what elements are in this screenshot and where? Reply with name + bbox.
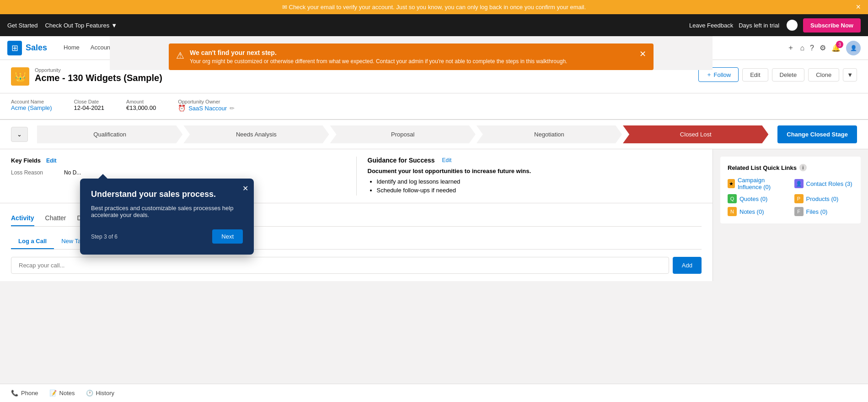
campaign-influence-icon: ★ xyxy=(728,179,735,188)
notification-bar: ✉ Check your email to verify your accoun… xyxy=(0,0,868,14)
nav-right: ＋ ⌂ ? ⚙ 🔔 3 👤 xyxy=(787,41,861,55)
actions-dropdown-button[interactable]: ▼ xyxy=(843,68,857,81)
close-date-value: 12-04-2021 xyxy=(74,104,105,111)
leave-feedback-link[interactable]: Leave Feedback xyxy=(689,22,733,29)
loss-reason-label: Loss Reason xyxy=(11,169,57,176)
amount-field: Amount €13,000.00 xyxy=(126,99,156,112)
files-icon: F xyxy=(794,207,804,216)
amount-label: Amount xyxy=(126,99,156,104)
avatar[interactable]: 👤 xyxy=(846,41,861,55)
walkthrough-banner-inner: ⚠ We can't find your next step. Your org… xyxy=(176,49,639,65)
content-right: Related List Quick Links i ★ Campaign In… xyxy=(713,149,868,281)
stage-closed-lost[interactable]: Closed Lost xyxy=(623,125,768,143)
related-contact-roles: 👤 Contact Roles (3) xyxy=(794,177,854,190)
owner-field: Opportunity Owner ⏰ SaaS Naccour ✏ xyxy=(178,99,235,112)
related-list-info-icon[interactable]: i xyxy=(799,164,807,171)
tab-chatter[interactable]: Chatter xyxy=(45,211,66,226)
stage-toggle-btn[interactable]: ⌄ xyxy=(11,127,28,142)
tooltip-next-btn[interactable]: Next xyxy=(212,229,243,244)
add-call-button[interactable]: Add xyxy=(673,257,702,274)
app-grid-icon: ⊞ xyxy=(7,41,22,55)
opp-icon: 👑 xyxy=(11,67,29,86)
stage-needs-analysis[interactable]: Needs Analysis xyxy=(183,125,329,143)
opp-name: Acme - 130 Widgets (Sample) xyxy=(35,73,162,83)
action-tab-log-call[interactable]: Log a Call xyxy=(11,234,54,249)
stage-negotiation[interactable]: Negotiation xyxy=(477,125,622,143)
account-name-field: Account Name Acme (Sample) xyxy=(11,99,52,112)
related-files: F Files (0) xyxy=(794,207,854,216)
settings-icon-btn[interactable]: ⚙ xyxy=(820,43,826,52)
check-out-features-label: Check Out Top Features xyxy=(45,22,109,29)
stage-bar: ⌄ Qualification Needs Analysis Proposal … xyxy=(0,120,868,149)
stage-proposal[interactable]: Proposal xyxy=(330,125,476,143)
campaign-influence-link[interactable]: Campaign Influence (0) xyxy=(738,177,787,190)
setup-search-btn[interactable]: ⌂ xyxy=(800,44,804,52)
owner-label: Opportunity Owner xyxy=(178,99,235,104)
subscribe-now-button[interactable]: Subscribe Now xyxy=(803,18,861,33)
products-icon: P xyxy=(794,194,804,203)
key-fields-edit-link[interactable]: Edit xyxy=(46,158,57,164)
related-quotes: Q Quotes (0) xyxy=(728,194,787,203)
opp-details: Account Name Acme (Sample) Close Date 12… xyxy=(0,93,868,120)
clone-button[interactable]: Clone xyxy=(808,68,839,81)
guidance-item-1: Identify and log lessons learned xyxy=(377,178,702,185)
related-notes: N Notes (0) xyxy=(728,207,787,216)
call-input-field[interactable] xyxy=(11,257,669,274)
warning-icon: ⚠ xyxy=(176,50,184,61)
owner-edit-icon[interactable]: ✏ xyxy=(230,105,235,112)
opp-header-right: ＋ Follow Edit Delete Clone ▼ xyxy=(698,67,857,82)
account-name-value[interactable]: Acme (Sample) xyxy=(11,104,52,111)
follow-label: Follow xyxy=(714,71,731,78)
contact-roles-icon: 👤 xyxy=(794,179,804,188)
contact-roles-link[interactable]: Contact Roles (3) xyxy=(806,180,852,187)
owner-alarm-icon: ⏰ xyxy=(178,104,186,112)
guidance-header: Guidance for Success Edit xyxy=(368,157,702,164)
top-nav-left: Get Started Check Out Top Features ▼ xyxy=(7,22,117,29)
walkthrough-banner: ⚠ We can't find your next step. Your org… xyxy=(169,43,654,70)
guidance-title: Guidance for Success xyxy=(368,157,435,164)
app-name: Sales xyxy=(26,43,47,53)
tooltip-popup: ✕ Understand your sales process. Best pr… xyxy=(80,179,254,255)
tab-activity[interactable]: Activity xyxy=(11,211,34,226)
delete-button[interactable]: Delete xyxy=(772,68,805,81)
stage-qualification[interactable]: Qualification xyxy=(37,125,182,143)
check-out-features-link[interactable]: Check Out Top Features ▼ xyxy=(45,22,117,29)
top-nav-right: Leave Feedback Days left in trial 30 Sub… xyxy=(689,18,861,33)
walkthrough-title: We can't find your next step. xyxy=(190,49,567,56)
walkthrough-close-btn[interactable]: ✕ xyxy=(639,49,646,59)
call-input-row: Add xyxy=(11,257,702,274)
get-started-link[interactable]: Get Started xyxy=(7,22,38,29)
related-products: P Products (0) xyxy=(794,194,854,203)
guidance-description: Document your lost opportunities to incr… xyxy=(368,168,702,174)
change-stage-button[interactable]: Change Closed Stage xyxy=(777,125,857,143)
tooltip-close-btn[interactable]: ✕ xyxy=(242,184,248,193)
tooltip-step: Step 3 of 6 xyxy=(91,234,118,240)
notification-close-btn[interactable]: × xyxy=(856,2,861,12)
guidance-item-2: Schedule follow-ups if needed xyxy=(377,187,702,194)
related-list-grid: ★ Campaign Influence (0) 👤 Contact Roles… xyxy=(728,177,853,216)
edit-button[interactable]: Edit xyxy=(742,68,768,81)
notes-icon: N xyxy=(728,207,737,216)
amount-value: €13,000.00 xyxy=(126,104,156,111)
loss-reason-field: Loss Reason No D... xyxy=(11,169,345,176)
walkthrough-content: We can't find your next step. Your org m… xyxy=(190,49,567,65)
guidance-edit-link[interactable]: Edit xyxy=(442,157,452,163)
account-name-label: Account Name xyxy=(11,99,52,104)
products-link[interactable]: Products (0) xyxy=(806,196,839,202)
related-list-title: Related List Quick Links i xyxy=(728,164,853,171)
help-icon-btn[interactable]: ? xyxy=(810,44,814,52)
tooltip-description: Best practices and customizable sales pr… xyxy=(91,205,243,218)
top-nav: Get Started Check Out Top Features ▼ Lea… xyxy=(0,14,868,36)
files-link[interactable]: Files (0) xyxy=(806,208,828,215)
notes-link[interactable]: Notes (0) xyxy=(739,208,764,215)
quotes-link[interactable]: Quotes (0) xyxy=(739,196,767,202)
notification-message: ✉ Check your email to verify your accoun… xyxy=(282,4,586,11)
add-icon-btn[interactable]: ＋ xyxy=(787,43,794,53)
owner-value-container: ⏰ SaaS Naccour ✏ xyxy=(178,104,235,112)
guidance-list: Identify and log lessons learned Schedul… xyxy=(368,178,702,194)
tooltip-title: Understand your sales process. xyxy=(91,190,243,199)
owner-value[interactable]: SaaS Naccour xyxy=(188,105,227,112)
nav-item-home[interactable]: Home xyxy=(58,36,85,60)
close-date-field: Close Date 12-04-2021 xyxy=(74,99,105,112)
notifications-badge: 3 xyxy=(836,41,843,48)
